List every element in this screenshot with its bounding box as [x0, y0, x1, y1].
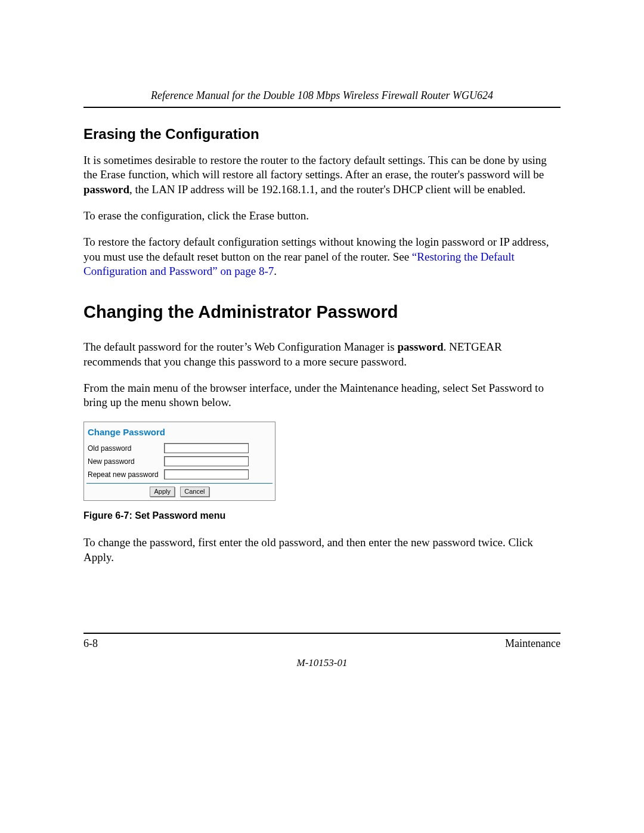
- paragraph-erasing-3: To restore the factory default configura…: [83, 235, 561, 278]
- running-header: Reference Manual for the Double 108 Mbps…: [83, 89, 561, 102]
- cancel-button[interactable]: Cancel: [180, 487, 209, 497]
- repeat-password-input[interactable]: [164, 469, 249, 479]
- footer-line: 6-8 Maintenance: [83, 637, 561, 650]
- form-row-old: Old password: [88, 443, 271, 453]
- header-rule: [83, 107, 561, 108]
- footer-doc-id: M-10153-01: [83, 657, 561, 669]
- figure-caption: Figure 6-7: Set Password menu: [83, 510, 561, 521]
- form-buttons: Apply Cancel: [86, 487, 273, 497]
- document-page: Reference Manual for the Double 108 Mbps…: [0, 0, 644, 833]
- footer-section-name: Maintenance: [505, 637, 561, 650]
- new-password-label: New password: [88, 457, 164, 466]
- apply-button[interactable]: Apply: [150, 487, 175, 497]
- paragraph-changing-3: To change the password, first enter the …: [83, 535, 561, 565]
- new-password-input[interactable]: [164, 456, 249, 466]
- form-row-new: New password: [88, 456, 271, 466]
- footer-rule: [83, 633, 561, 634]
- bold-password: password: [397, 340, 443, 353]
- text-fragment: The default password for the router’s We…: [83, 340, 397, 353]
- repeat-password-label: Repeat new password: [88, 470, 164, 479]
- form-divider: [86, 483, 273, 484]
- text-fragment: , the LAN IP address will be 192.168.1.1…: [129, 183, 525, 196]
- change-password-form: Change Password Old password New passwor…: [83, 422, 275, 501]
- chapter-heading-changing: Changing the Administrator Password: [83, 302, 561, 322]
- form-rows: Old password New password Repeat new pas…: [86, 443, 273, 479]
- form-row-repeat: Repeat new password: [88, 469, 271, 479]
- text-fragment: It is sometimes desirable to restore the…: [83, 154, 547, 181]
- paragraph-erasing-1: It is sometimes desirable to restore the…: [83, 153, 561, 197]
- form-title: Change Password: [86, 425, 273, 443]
- page-footer: 6-8 Maintenance M-10153-01: [83, 633, 561, 669]
- bold-password: password: [83, 183, 129, 196]
- old-password-input[interactable]: [164, 443, 249, 453]
- old-password-label: Old password: [88, 444, 164, 453]
- section-heading-erasing: Erasing the Configuration: [83, 126, 561, 143]
- paragraph-changing-1: The default password for the router’s We…: [83, 340, 561, 369]
- footer-page-number: 6-8: [83, 637, 98, 650]
- text-fragment: .: [274, 265, 277, 277]
- paragraph-erasing-2: To erase the configuration, click the Er…: [83, 209, 561, 223]
- paragraph-changing-2: From the main menu of the browser interf…: [83, 381, 561, 410]
